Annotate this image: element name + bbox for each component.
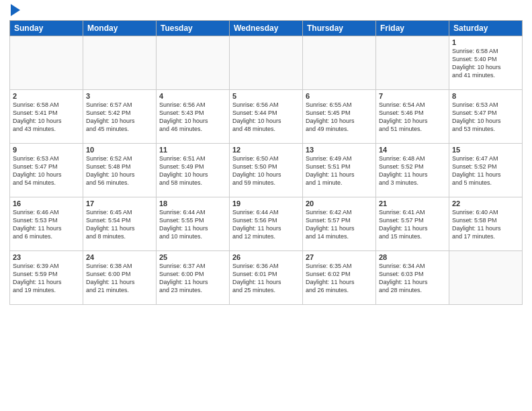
day-info: Sunrise: 6:40 AM Sunset: 5:58 PM Dayligh… xyxy=(452,208,519,241)
day-number: 23 xyxy=(13,253,80,261)
day-cell: 19Sunrise: 6:44 AM Sunset: 5:56 PM Dayli… xyxy=(230,197,303,251)
weekday-header-monday: Monday xyxy=(83,21,157,36)
day-cell: 27Sunrise: 6:35 AM Sunset: 6:02 PM Dayli… xyxy=(303,251,376,305)
day-cell: 18Sunrise: 6:44 AM Sunset: 5:55 PM Dayli… xyxy=(157,197,230,251)
day-number: 26 xyxy=(232,253,300,261)
day-info: Sunrise: 6:48 AM Sunset: 5:52 PM Dayligh… xyxy=(379,154,446,187)
day-number: 7 xyxy=(379,92,446,100)
day-cell xyxy=(303,36,376,90)
day-cell: 24Sunrise: 6:38 AM Sunset: 6:00 PM Dayli… xyxy=(83,251,157,305)
page: SundayMondayTuesdayWednesdayThursdayFrid… xyxy=(0,0,532,411)
logo xyxy=(9,7,20,16)
day-number: 17 xyxy=(86,199,153,208)
day-number: 16 xyxy=(13,199,80,208)
day-info: Sunrise: 6:57 AM Sunset: 5:42 PM Dayligh… xyxy=(86,101,153,134)
day-cell: 12Sunrise: 6:50 AM Sunset: 5:50 PM Dayli… xyxy=(230,144,303,197)
weekday-header-wednesday: Wednesday xyxy=(230,21,303,36)
weekday-header-tuesday: Tuesday xyxy=(157,21,230,36)
weekday-header-friday: Friday xyxy=(376,21,449,36)
week-row-4: 16Sunrise: 6:46 AM Sunset: 5:53 PM Dayli… xyxy=(10,197,523,251)
day-number: 3 xyxy=(86,92,153,100)
day-number: 28 xyxy=(379,253,446,261)
day-cell xyxy=(230,36,303,90)
day-cell: 5Sunrise: 6:56 AM Sunset: 5:44 PM Daylig… xyxy=(230,90,303,144)
day-number: 21 xyxy=(379,199,446,208)
day-cell: 15Sunrise: 6:47 AM Sunset: 5:52 PM Dayli… xyxy=(449,144,523,197)
day-info: Sunrise: 6:56 AM Sunset: 5:43 PM Dayligh… xyxy=(159,101,226,134)
day-info: Sunrise: 6:34 AM Sunset: 6:03 PM Dayligh… xyxy=(379,262,446,295)
weekday-header-saturday: Saturday xyxy=(449,21,523,36)
day-number: 4 xyxy=(159,92,226,100)
day-number: 9 xyxy=(13,146,80,154)
day-info: Sunrise: 6:44 AM Sunset: 5:56 PM Dayligh… xyxy=(232,208,300,241)
day-info: Sunrise: 6:37 AM Sunset: 6:00 PM Dayligh… xyxy=(159,262,226,295)
day-number: 13 xyxy=(306,146,373,154)
day-info: Sunrise: 6:46 AM Sunset: 5:53 PM Dayligh… xyxy=(13,208,80,241)
day-cell xyxy=(376,36,449,90)
day-info: Sunrise: 6:53 AM Sunset: 5:47 PM Dayligh… xyxy=(452,101,519,134)
day-info: Sunrise: 6:39 AM Sunset: 5:59 PM Dayligh… xyxy=(13,262,80,295)
day-info: Sunrise: 6:41 AM Sunset: 5:57 PM Dayligh… xyxy=(379,208,446,241)
day-info: Sunrise: 6:49 AM Sunset: 5:51 PM Dayligh… xyxy=(306,154,373,187)
day-info: Sunrise: 6:52 AM Sunset: 5:48 PM Dayligh… xyxy=(86,154,153,187)
week-row-2: 2Sunrise: 6:58 AM Sunset: 5:41 PM Daylig… xyxy=(10,90,523,144)
day-number: 1 xyxy=(452,38,519,46)
day-info: Sunrise: 6:38 AM Sunset: 6:00 PM Dayligh… xyxy=(86,262,153,295)
day-number: 12 xyxy=(232,146,300,154)
day-number: 20 xyxy=(306,199,373,208)
day-cell: 22Sunrise: 6:40 AM Sunset: 5:58 PM Dayli… xyxy=(449,197,523,251)
day-number: 18 xyxy=(159,199,226,208)
day-cell: 21Sunrise: 6:41 AM Sunset: 5:57 PM Dayli… xyxy=(376,197,449,251)
day-cell xyxy=(83,36,157,90)
calendar: SundayMondayTuesdayWednesdayThursdayFrid… xyxy=(9,20,523,305)
day-number: 5 xyxy=(232,92,300,100)
day-info: Sunrise: 6:53 AM Sunset: 5:47 PM Dayligh… xyxy=(13,154,80,187)
day-number: 8 xyxy=(452,92,519,100)
day-number: 24 xyxy=(86,253,153,261)
day-cell: 11Sunrise: 6:51 AM Sunset: 5:49 PM Dayli… xyxy=(157,144,230,197)
day-cell: 23Sunrise: 6:39 AM Sunset: 5:59 PM Dayli… xyxy=(10,251,83,305)
day-number: 11 xyxy=(159,146,226,154)
weekday-header-thursday: Thursday xyxy=(303,21,376,36)
day-number: 25 xyxy=(159,253,226,261)
day-info: Sunrise: 6:47 AM Sunset: 5:52 PM Dayligh… xyxy=(452,154,519,187)
day-cell: 25Sunrise: 6:37 AM Sunset: 6:00 PM Dayli… xyxy=(157,251,230,305)
day-info: Sunrise: 6:44 AM Sunset: 5:55 PM Dayligh… xyxy=(159,208,226,241)
day-info: Sunrise: 6:42 AM Sunset: 5:57 PM Dayligh… xyxy=(306,208,373,241)
day-cell: 17Sunrise: 6:45 AM Sunset: 5:54 PM Dayli… xyxy=(83,197,157,251)
day-number: 27 xyxy=(306,253,373,261)
day-cell: 14Sunrise: 6:48 AM Sunset: 5:52 PM Dayli… xyxy=(376,144,449,197)
day-cell: 9Sunrise: 6:53 AM Sunset: 5:47 PM Daylig… xyxy=(10,144,83,197)
day-number: 14 xyxy=(379,146,446,154)
day-cell: 7Sunrise: 6:54 AM Sunset: 5:46 PM Daylig… xyxy=(376,90,449,144)
day-cell: 26Sunrise: 6:36 AM Sunset: 6:01 PM Dayli… xyxy=(230,251,303,305)
week-row-5: 23Sunrise: 6:39 AM Sunset: 5:59 PM Dayli… xyxy=(10,251,523,305)
day-info: Sunrise: 6:36 AM Sunset: 6:01 PM Dayligh… xyxy=(232,262,300,295)
day-info: Sunrise: 6:58 AM Sunset: 5:41 PM Dayligh… xyxy=(13,101,80,134)
day-number: 10 xyxy=(86,146,153,154)
day-cell: 28Sunrise: 6:34 AM Sunset: 6:03 PM Dayli… xyxy=(376,251,449,305)
day-number: 22 xyxy=(452,199,519,208)
day-cell: 16Sunrise: 6:46 AM Sunset: 5:53 PM Dayli… xyxy=(10,197,83,251)
day-cell: 10Sunrise: 6:52 AM Sunset: 5:48 PM Dayli… xyxy=(83,144,157,197)
week-row-1: 1Sunrise: 6:58 AM Sunset: 5:40 PM Daylig… xyxy=(10,36,523,90)
day-cell: 20Sunrise: 6:42 AM Sunset: 5:57 PM Dayli… xyxy=(303,197,376,251)
day-cell xyxy=(10,36,83,90)
header xyxy=(9,7,523,16)
day-cell: 13Sunrise: 6:49 AM Sunset: 5:51 PM Dayli… xyxy=(303,144,376,197)
weekday-header-sunday: Sunday xyxy=(10,21,83,36)
day-cell: 1Sunrise: 6:58 AM Sunset: 5:40 PM Daylig… xyxy=(449,36,523,90)
day-cell xyxy=(157,36,230,90)
day-number: 6 xyxy=(306,92,373,100)
weekday-header-row: SundayMondayTuesdayWednesdayThursdayFrid… xyxy=(10,21,523,36)
day-number: 2 xyxy=(13,92,80,100)
day-info: Sunrise: 6:50 AM Sunset: 5:50 PM Dayligh… xyxy=(232,154,300,187)
day-info: Sunrise: 6:56 AM Sunset: 5:44 PM Dayligh… xyxy=(232,101,300,134)
day-cell: 4Sunrise: 6:56 AM Sunset: 5:43 PM Daylig… xyxy=(157,90,230,144)
day-info: Sunrise: 6:54 AM Sunset: 5:46 PM Dayligh… xyxy=(379,101,446,134)
day-info: Sunrise: 6:55 AM Sunset: 5:45 PM Dayligh… xyxy=(306,101,373,134)
day-info: Sunrise: 6:45 AM Sunset: 5:54 PM Dayligh… xyxy=(86,208,153,241)
day-number: 15 xyxy=(452,146,519,154)
logo-arrow-icon xyxy=(11,4,20,16)
day-cell: 3Sunrise: 6:57 AM Sunset: 5:42 PM Daylig… xyxy=(83,90,157,144)
